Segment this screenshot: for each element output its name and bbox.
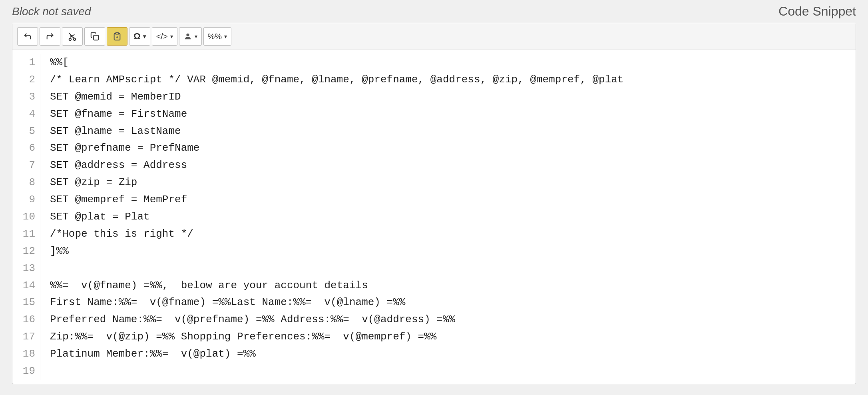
line-number: 9 [17,191,35,208]
line-number: 12 [17,243,35,260]
code-line: /*Hope this is right */ [50,225,846,243]
person-icon [183,32,192,41]
code-line: SET @memid = MemberID [50,88,846,106]
line-number: 19 [17,363,35,380]
toolbar: Ω▾ </>▾ ▾ %%▾ [12,23,856,50]
block-status: Block not saved [12,5,91,18]
line-number: 7 [17,157,35,174]
line-number: 14 [17,277,35,294]
redo-icon [46,32,54,41]
line-number: 4 [17,106,35,123]
omega-button[interactable]: Ω▾ [129,27,150,46]
editor-wrapper: Ω▾ </>▾ ▾ %%▾ 12345678910111213141516171… [12,23,856,384]
code-line: SET @prefname = PrefName [50,140,846,157]
line-numbers: 12345678910111213141516171819 [12,54,40,380]
undo-button[interactable] [17,27,38,46]
code-line: SET @mempref = MemPref [50,191,846,208]
line-number: 10 [17,208,35,225]
line-number: 13 [17,260,35,277]
line-number: 2 [17,71,35,88]
code-line: Preferred Name:%%= v(@prefname) =%% Addr… [50,311,846,328]
code-line: %%= v(@fname) =%%, below are your accoun… [50,277,846,294]
line-number: 16 [17,311,35,328]
percent-chevron: ▾ [224,33,227,40]
omega-chevron: ▾ [143,33,146,40]
svg-rect-5 [94,35,98,40]
code-line: SET @address = Address [50,157,846,174]
code-line: Platinum Member:%%= v(@plat) =%% [50,345,846,363]
code-tag-chevron: ▾ [170,33,173,40]
paste-special-icon [113,32,121,41]
code-line: %%[ [50,54,846,71]
line-number: 18 [17,345,35,363]
svg-point-1 [74,38,76,41]
code-line: /* Learn AMPscript */ VAR @memid, @fname… [50,71,846,88]
copy-button[interactable] [84,27,105,46]
code-line: SET @zip = Zip [50,174,846,191]
snippet-label: Code Snippet [778,4,856,19]
code-line [50,363,846,380]
code-tag-button[interactable]: </>▾ [152,27,177,46]
person-chevron: ▾ [195,33,197,40]
line-number: 1 [17,54,35,71]
main-container: Block not saved Code Snippet [0,0,868,395]
line-number: 17 [17,328,35,345]
percent-button[interactable]: %%▾ [203,27,232,46]
cut-icon [68,32,77,41]
line-number: 15 [17,294,35,311]
code-line [50,260,846,277]
code-line: Zip:%%= v(@zip) =%% Shopping Preferences… [50,328,846,345]
copy-icon [90,32,99,41]
paste-special-button[interactable] [107,27,127,46]
line-number: 8 [17,174,35,191]
line-number: 6 [17,140,35,157]
line-number: 11 [17,225,35,243]
line-number: 3 [17,88,35,106]
person-button[interactable]: ▾ [179,27,202,46]
code-line: First Name:%%= v(@fname) =%%Last Name:%%… [50,294,846,311]
cut-button[interactable] [62,27,83,46]
svg-point-9 [186,34,189,36]
line-number: 5 [17,123,35,140]
undo-icon [23,32,32,41]
svg-rect-6 [115,33,118,34]
code-line: SET @plat = Plat [50,208,846,225]
svg-point-0 [69,38,72,41]
redo-button[interactable] [40,27,60,46]
code-area: 12345678910111213141516171819 %%[/* Lear… [12,50,856,384]
code-line: SET @lname = LastName [50,123,846,140]
code-line: SET @fname = FirstName [50,106,846,123]
code-content[interactable]: %%[/* Learn AMPscript */ VAR @memid, @fn… [40,54,856,380]
code-line: ]%% [50,243,846,260]
header-bar: Block not saved Code Snippet [0,0,868,23]
